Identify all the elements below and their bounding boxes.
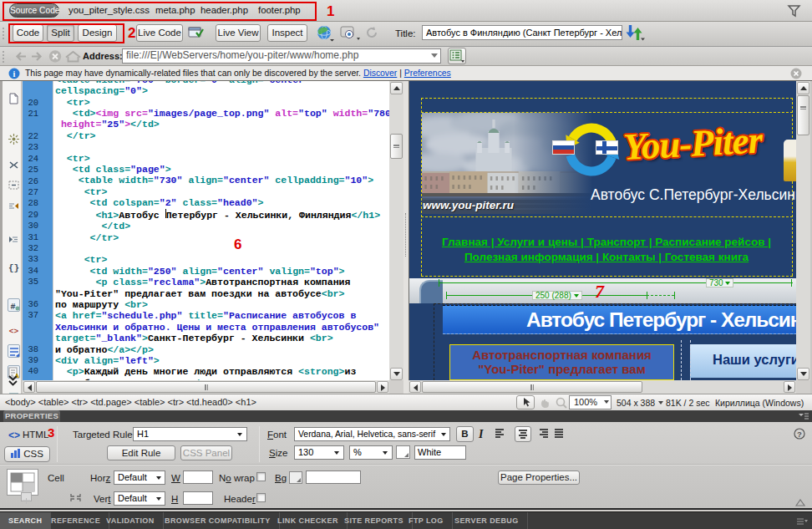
svg-text:#: #	[10, 303, 15, 312]
svg-text:?: ?	[797, 430, 802, 439]
svg-text:<>: <>	[9, 327, 19, 336]
svg-text:{}: {}	[8, 263, 19, 273]
svg-text:i: i	[13, 69, 16, 79]
